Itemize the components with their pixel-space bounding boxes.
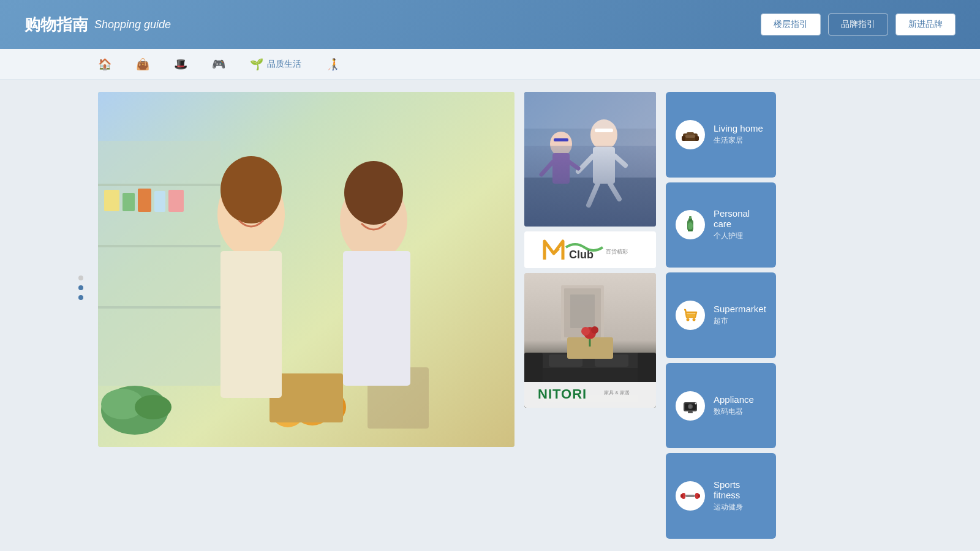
- svg-point-13: [135, 395, 172, 419]
- header-buttons: 楼层指引 品牌指引 新进品牌: [761, 13, 956, 36]
- main-content: Club 百货精彩: [0, 80, 980, 551]
- header-title: 购物指南: [24, 14, 88, 36]
- svg-rect-39: [524, 92, 656, 129]
- svg-rect-4: [98, 245, 221, 247]
- svg-rect-28: [593, 147, 615, 184]
- sports-fitness-title: Sports fitness: [714, 479, 766, 500]
- svg-line-37: [541, 162, 552, 174]
- plant-icon: 🌱: [250, 58, 263, 71]
- svg-rect-3: [98, 184, 221, 186]
- supermarket-icon-circle: [676, 301, 705, 330]
- svg-line-31: [615, 156, 625, 165]
- supermarket-tile[interactable]: Supermarket 超市: [666, 272, 776, 358]
- crown-icon: 🎩: [174, 58, 187, 71]
- appliance-icon-circle: [676, 391, 705, 421]
- fitness-image[interactable]: [524, 92, 656, 227]
- svg-rect-35: [552, 153, 570, 184]
- sidebar-item-home[interactable]: 🏠: [98, 58, 111, 71]
- svg-point-24: [344, 161, 403, 225]
- living-home-icon-circle: [676, 120, 705, 149]
- svg-line-30: [578, 156, 593, 171]
- personal-care-tile[interactable]: Personal care 个人护理: [666, 182, 776, 268]
- sidebar-item-fashion[interactable]: 👜: [136, 58, 149, 71]
- svg-point-34: [550, 132, 572, 156]
- svg-rect-79: [685, 495, 695, 497]
- furniture-image[interactable]: NITORI 家具 & 家居: [524, 273, 656, 408]
- home-icon: 🏠: [98, 58, 111, 71]
- svg-point-54: [581, 327, 590, 335]
- appliance-tile[interactable]: Appliance 数码电器: [666, 363, 776, 449]
- svg-rect-20: [221, 251, 282, 398]
- dot-3[interactable]: [78, 295, 83, 300]
- svg-rect-62: [695, 136, 699, 141]
- svg-rect-64: [687, 132, 694, 135]
- svg-point-21: [221, 156, 282, 223]
- living-home-title: Living home: [714, 123, 763, 133]
- supermarket-text: Supermarket 超市: [714, 304, 766, 326]
- svg-text:百货精彩: 百货精彩: [606, 249, 628, 255]
- appliance-text: Appliance 数码电器: [714, 394, 754, 417]
- living-home-tile[interactable]: Living home 生活家居: [666, 92, 776, 178]
- svg-rect-2: [98, 141, 221, 386]
- supermarket-subtitle: 超市: [714, 316, 766, 326]
- svg-line-32: [589, 184, 598, 205]
- svg-rect-36: [554, 138, 568, 141]
- svg-rect-9: [154, 191, 165, 212]
- svg-rect-7: [123, 193, 135, 211]
- personal-care-text: Personal care 个人护理: [714, 208, 766, 241]
- header: 购物指南 Shopping guide 楼层指引 品牌指引 新进品牌: [0, 0, 980, 49]
- svg-point-72: [693, 318, 696, 321]
- svg-rect-8: [138, 189, 151, 212]
- sports-fitness-subtitle: 运动健身: [714, 502, 766, 512]
- svg-point-68: [688, 222, 693, 230]
- sidebar-item-luxury[interactable]: 🎩: [174, 58, 187, 71]
- living-home-subtitle: 生活家居: [714, 135, 763, 146]
- sidebar-item-education[interactable]: 🧑‍🦯: [326, 58, 339, 71]
- sidebar-item-entertainment[interactable]: 🎮: [212, 58, 225, 71]
- svg-line-33: [610, 184, 619, 199]
- quality-life-label: 品质生活: [267, 59, 301, 70]
- svg-rect-69: [688, 230, 693, 231]
- hero-scene: [98, 92, 514, 447]
- slide-dots: [78, 276, 83, 300]
- svg-rect-83: [698, 494, 700, 498]
- svg-rect-6: [104, 190, 119, 211]
- personal-care-subtitle: 个人护理: [714, 231, 766, 241]
- sports-fitness-icon-circle: [676, 481, 705, 511]
- personal-care-title: Personal care: [714, 208, 766, 229]
- brand-guide-button[interactable]: 品牌指引: [828, 13, 888, 36]
- svg-text:Club: Club: [569, 249, 594, 261]
- dot-2[interactable]: [78, 285, 83, 290]
- category-tiles: Living home 生活家居 Personal care 个人护理: [666, 92, 776, 539]
- navbar: 🏠 👜 🎩 🎮 🌱 品质生活 🧑‍🦯: [0, 49, 980, 80]
- mclub-banner[interactable]: Club 百货精彩: [524, 231, 656, 268]
- svg-point-71: [687, 318, 690, 321]
- middle-column: Club 百货精彩: [524, 92, 656, 539]
- svg-rect-77: [688, 411, 693, 413]
- svg-text:家具 & 家居: 家具 & 家居: [604, 390, 630, 395]
- appliance-title: Appliance: [714, 394, 754, 405]
- dot-1[interactable]: [78, 276, 83, 280]
- supermarket-title: Supermarket: [714, 304, 766, 314]
- bag-icon: 👜: [136, 58, 149, 71]
- header-subtitle: Shopping guide: [94, 18, 171, 31]
- living-home-text: Living home 生活家居: [714, 123, 763, 146]
- svg-rect-10: [168, 190, 184, 212]
- game-icon: 🎮: [212, 58, 225, 71]
- sidebar-item-quality-life[interactable]: 🌱 品质生活: [250, 58, 301, 71]
- sports-fitness-tile[interactable]: Sports fitness 运动健身: [666, 453, 776, 539]
- svg-rect-82: [680, 494, 683, 498]
- floor-guide-button[interactable]: 楼层指引: [761, 13, 821, 36]
- person-icon: 🧑‍🦯: [326, 58, 339, 71]
- appliance-subtitle: 数码电器: [714, 407, 754, 417]
- svg-rect-26: [524, 178, 656, 227]
- personal-care-icon-circle: [676, 210, 705, 239]
- interior-scene: NITORI 家具 & 家居: [524, 273, 656, 408]
- svg-rect-67: [689, 216, 692, 219]
- hero-image: [98, 92, 514, 447]
- sports-fitness-text: Sports fitness 运动健身: [714, 479, 766, 512]
- svg-rect-5: [98, 306, 221, 309]
- fitness-scene: [524, 92, 656, 227]
- svg-rect-45: [570, 294, 595, 328]
- new-brand-button[interactable]: 新进品牌: [895, 13, 956, 36]
